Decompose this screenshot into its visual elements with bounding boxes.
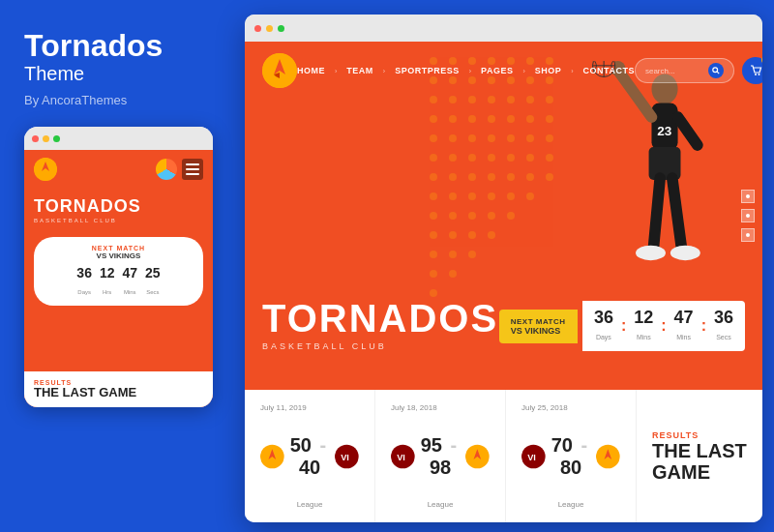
nav-home[interactable]: HOME	[297, 66, 325, 75]
svg-point-32	[488, 134, 495, 142]
dot-red-desktop	[254, 25, 261, 32]
countdown-secs: 25 Secs	[145, 265, 161, 298]
hero-content: TORNADOS BASKETBALL CLUB	[262, 299, 498, 351]
results-card: RESULTS THE LAST GAME	[637, 390, 762, 522]
mobile-last-game: THE LAST GAME	[34, 386, 203, 399]
team-logo-away-2	[465, 441, 490, 472]
svg-point-31	[468, 134, 476, 142]
dot-green	[53, 135, 60, 142]
score-1: 50 - 40	[284, 434, 336, 479]
score-3: 70 - 80	[546, 434, 597, 479]
mobile-hero-text: TORNADOS BASKETBALL CLUB	[24, 189, 213, 231]
svg-point-55	[526, 192, 534, 200]
dot-yellow	[43, 135, 49, 142]
countdown-hours: 12 Hrs	[100, 265, 115, 298]
svg-point-66	[449, 251, 457, 258]
countdown-bar: 36 Days : 12 Mins : 47 Mins : 36	[582, 301, 745, 351]
left-panel: Tornados Theme By AncoraThemes	[0, 0, 237, 532]
hero-team-name: TORNADOS	[262, 299, 498, 338]
side-nav-item-2[interactable]	[741, 209, 755, 222]
svg-point-48	[526, 173, 534, 181]
mobile-mockup: TORNADOS BASKETBALL CLUB NEXT MATCH VS V…	[24, 127, 213, 407]
svg-point-34	[526, 134, 534, 142]
desktop-mockup: HOME › TEAM › SPORTPRESS › PAGES › SHOP …	[245, 15, 762, 522]
svg-point-58	[468, 212, 476, 220]
svg-point-54	[507, 192, 515, 200]
vs-text: VS VIKINGS	[511, 326, 566, 336]
svg-point-38	[468, 154, 476, 162]
svg-point-47	[507, 173, 515, 181]
multi-color-icon	[156, 159, 177, 180]
mobile-team-name: TORNADOS	[34, 196, 203, 217]
search-bar[interactable]: search...	[635, 58, 734, 83]
svg-point-39	[488, 154, 495, 162]
brand-by: By AncoraThemes	[24, 93, 213, 107]
hamburger-icon[interactable]	[182, 159, 203, 180]
mobile-next-label: NEXT MATCH	[44, 245, 194, 251]
svg-point-22	[430, 115, 437, 123]
svg-point-26	[507, 115, 515, 123]
svg-point-37	[449, 154, 457, 162]
match-teams-2: VI 95 - 98	[391, 418, 490, 494]
nav-team[interactable]: TEAM	[346, 66, 373, 75]
svg-line-79	[678, 117, 698, 145]
svg-point-74	[755, 74, 757, 75]
svg-line-82	[672, 178, 682, 249]
match-teams-3: VI 70 - 80	[521, 418, 620, 494]
svg-point-67	[468, 251, 476, 258]
svg-point-43	[430, 173, 437, 181]
desktop-body: HOME › TEAM › SPORTPRESS › PAGES › SHOP …	[245, 42, 762, 522]
svg-text:23: 23	[657, 124, 672, 138]
svg-point-27	[526, 115, 534, 123]
svg-point-23	[449, 115, 457, 123]
match-card-3: July 25, 2018 VI 70 - 80	[506, 390, 637, 522]
svg-point-50	[430, 192, 437, 200]
brand-name: Tornados	[24, 29, 213, 63]
svg-point-65	[430, 251, 437, 258]
brand-subtitle: Theme	[24, 63, 213, 85]
mobile-club: BASKETBALL CLUB	[34, 218, 203, 223]
bottom-section: July 11, 2019 50 - 40	[245, 390, 762, 522]
svg-point-46	[488, 173, 495, 181]
svg-point-68	[430, 270, 437, 278]
mobile-results: RESULTS THE LAST GAME	[24, 371, 213, 407]
side-nav-item-3[interactable]	[741, 228, 755, 242]
side-nav-item-1[interactable]	[741, 190, 755, 203]
nav-contacts[interactable]: CONTACTS	[583, 66, 635, 75]
svg-text:VI: VI	[397, 452, 405, 461]
match-date-1: July 11, 2019	[260, 403, 359, 412]
nav-pages[interactable]: PAGES	[481, 66, 513, 75]
nav-shop[interactable]: SHOP	[535, 66, 562, 75]
svg-point-60	[507, 212, 515, 220]
team-logo-away-3	[596, 441, 620, 472]
match-card-2: July 18, 2018 VI 95 - 98	[375, 390, 506, 522]
next-match-bar: NEXT MATCH VS VIKINGS : 36 Days : 12 Min…	[499, 301, 745, 351]
svg-point-41	[526, 154, 534, 162]
team-logo-home-1	[260, 441, 284, 472]
score-2: 95 - 98	[415, 434, 466, 479]
search-placeholder: search...	[645, 67, 703, 75]
svg-point-75	[758, 74, 759, 75]
side-nav	[741, 190, 755, 242]
desktop-count-hours: 12 Mins	[634, 309, 653, 343]
desktop-count-secs: 36 Secs	[714, 309, 733, 343]
svg-point-63	[468, 231, 476, 239]
svg-point-83	[636, 246, 666, 260]
svg-point-69	[449, 270, 457, 278]
svg-point-53	[488, 192, 495, 200]
svg-point-33	[507, 134, 515, 142]
search-icon[interactable]	[708, 63, 724, 78]
svg-point-51	[449, 192, 457, 200]
desktop-count-mins: 47 Mins	[674, 309, 694, 343]
team-logo-home-3: VI	[521, 441, 546, 472]
cart-icon[interactable]: 0	[742, 57, 762, 84]
svg-text:VI: VI	[341, 452, 349, 461]
svg-point-25	[488, 115, 495, 123]
logo-circle	[262, 53, 297, 88]
svg-point-30	[449, 134, 457, 142]
desktop-nav: HOME › TEAM › SPORTPRESS › PAGES › SHOP …	[245, 42, 762, 100]
mobile-next-match: NEXT MATCH VS VIKINGS 36 Days 12 Hrs 47 …	[34, 237, 203, 306]
results-title: THE LAST GAME	[652, 440, 747, 483]
svg-point-40	[507, 154, 515, 162]
nav-sportpress[interactable]: SPORTPRESS	[395, 66, 460, 75]
